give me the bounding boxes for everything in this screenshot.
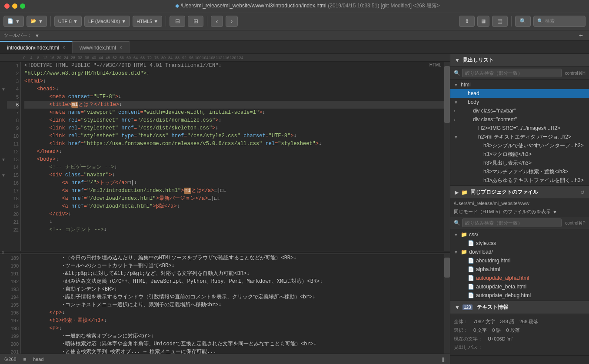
outline-search-input[interactable]	[462, 69, 562, 77]
code-line-193[interactable]: ____________·自動インデント<BR>↓	[24, 285, 444, 293]
code-line-21[interactable]: ________↓	[24, 218, 444, 226]
code-editor-bottom[interactable]: ____________·（今日の日付を埋め込んだり、編集中のHTMLソースをブ…	[21, 254, 444, 354]
code-line-198[interactable]: ________<P>↓	[24, 324, 444, 332]
code-line-10[interactable]: ________<link rel="stylesheet" type="tex…	[24, 132, 444, 140]
code-line-200[interactable]: ____________·曖昧検索対応（異体字や全角半角等、Unicodeで互換…	[24, 340, 444, 348]
tree-item-h2-mi[interactable]: ▼ h2>mi テキストエディタ バージョ...h2>	[450, 132, 589, 141]
files-search-input[interactable]	[462, 218, 562, 227]
fold-15[interactable]: ▼	[0, 171, 7, 179]
tree-item-content[interactable]: › div class="content"	[450, 115, 589, 124]
code-line-196[interactable]: ________</p>↓	[24, 309, 444, 317]
code-line-192[interactable]: ____________·組み込み文法定義（C/C++、HTML、JavaScr…	[24, 278, 444, 285]
code-line-19[interactable]: ____________<a href="/download/beta.html…	[24, 202, 444, 210]
tree-item-h3-open[interactable]: h3>あらゆるテキストファイルを開く...h3>	[450, 176, 589, 185]
code-line-13[interactable]: ____<body>↓	[24, 156, 444, 163]
search-button[interactable]: 🔍	[515, 16, 531, 27]
tree-item-h3-simple[interactable]: h3>シンプルで使いやすいインターフ...h3>	[450, 141, 589, 150]
close-button[interactable]	[4, 3, 10, 9]
fold-12[interactable]	[0, 148, 7, 156]
code-line-1[interactable]: <!DOCTYPE HTML PUBLIC "-//W3C//DTD HTML …	[24, 62, 444, 69]
tab-introduction[interactable]: introduction/index.html ×	[0, 41, 73, 53]
file-autoupdate-debug[interactable]: 📄 autoupdate_debug.html	[450, 291, 589, 300]
fold-16[interactable]	[0, 179, 7, 187]
code-line-4[interactable]: ____<head>↓	[24, 85, 444, 93]
code-line-18[interactable]: ____________<a href="/download/index.htm…	[24, 195, 444, 202]
code-line-14[interactable]: ________<!-- ナビゲーション -->↓	[24, 163, 444, 171]
code-line-7[interactable]: ________<meta name="viewport" content="w…	[24, 109, 444, 116]
code-top-section[interactable]: ▼ ▼ ▼ 1	[0, 62, 450, 251]
search-box[interactable]: 🔍 検索	[533, 16, 586, 27]
new-button[interactable]: 📄 ▼	[3, 16, 24, 27]
code-scrollbar-bottom[interactable]	[444, 254, 450, 354]
code-line-6[interactable]: ________<title>miとは？</title>↓	[24, 101, 444, 109]
code-line-2[interactable]: "http://www.w3.org/TR/html4/loose.dtd">↓	[24, 69, 444, 77]
fold-14[interactable]	[0, 163, 7, 171]
tab-www-index[interactable]: www/index.html ×	[73, 41, 130, 53]
files-expand-icon[interactable]: ▶	[455, 189, 459, 195]
open-button[interactable]: 📂 ▼	[27, 16, 47, 27]
fold-11[interactable]	[0, 140, 7, 148]
tree-item-h3-macro[interactable]: h3>マクロ機能</h3>	[450, 150, 589, 159]
fold-9[interactable]	[0, 124, 7, 132]
file-autoupdate-beta[interactable]: 📄 autoupdate_beta.html	[450, 282, 589, 291]
code-bottom-container[interactable]: 189 190 191 192 193 194 195 196 197 198 …	[0, 254, 450, 354]
back-button[interactable]: ‹	[211, 16, 223, 27]
outline-expand-icon[interactable]: ▼	[455, 57, 460, 63]
file-style-css[interactable]: 📄 style.css	[450, 239, 589, 248]
sidebar-toggle-button[interactable]: ▤	[492, 16, 508, 27]
code-line-3[interactable]: <html>↓	[24, 77, 444, 85]
outline-search[interactable]: 🔍 control⌘H	[450, 67, 589, 79]
fold-20[interactable]	[0, 210, 7, 218]
fold-22[interactable]	[0, 226, 7, 234]
code-line-195[interactable]: ____________·コンテキストメニュー選択により、識別子の定義場所へ移動…	[24, 301, 444, 309]
tree-item-body[interactable]: ▼ body	[450, 98, 589, 106]
files-search[interactable]: 🔍 control⌘P	[450, 217, 589, 229]
tree-item-navbar[interactable]: › div class="navbar"	[450, 106, 589, 115]
fold-10[interactable]	[0, 132, 7, 140]
code-line-17[interactable]: ____________<a href="/mi3/introduction/i…	[24, 187, 444, 195]
fold-18[interactable]	[0, 195, 7, 202]
tree-item-h2-img[interactable]: H2><IMG SRC="../../images/i...H2>	[450, 124, 589, 132]
code-line-199[interactable]: ____________·一般的な検索オプションに対応<br>↓	[24, 332, 444, 340]
forward-button[interactable]: ›	[226, 16, 238, 27]
code-editor-top[interactable]: <!DOCTYPE HTML PUBLIC "-//W3C//DTD HTML …	[21, 62, 444, 251]
fold-7[interactable]	[0, 109, 7, 116]
file-folder-css[interactable]: ▼ 📁 css/	[450, 230, 589, 239]
maximize-button[interactable]	[20, 3, 25, 9]
files-filter-chevron[interactable]: ▼	[552, 209, 557, 215]
fold-1[interactable]	[0, 62, 7, 69]
code-line-8[interactable]: ________<link rel="stylesheet" href="/cs…	[24, 116, 444, 124]
code-line-15[interactable]: ________<div class="navbar">↓	[24, 171, 444, 179]
file-alpha[interactable]: 📄 alpha.html	[450, 265, 589, 274]
scrollbar-thumb-bottom[interactable]	[444, 258, 450, 278]
tree-item-head[interactable]: head	[450, 89, 589, 98]
fold-4[interactable]: ▼	[0, 85, 7, 93]
fold-21[interactable]	[0, 218, 7, 226]
text-info-expand-icon[interactable]: ▼	[455, 304, 460, 311]
code-line-11[interactable]: ________<link href="https://use.fontawes…	[24, 140, 444, 148]
scrollbar-thumb-top[interactable]	[444, 66, 450, 123]
code-line-16[interactable]: ____________<a href="/">トップ</a>□|↓	[24, 179, 444, 187]
code-line-194[interactable]: ____________·識別子情報を表示するウインドウ（引数情報や直前のコメン…	[24, 293, 444, 301]
minimize-button[interactable]	[12, 3, 17, 9]
view-split-v-button[interactable]: ⊞	[188, 16, 203, 27]
code-line-12[interactable]: ____</head>↓	[24, 148, 444, 156]
fold-19[interactable]	[0, 202, 7, 210]
tab-close-www[interactable]: ×	[120, 45, 122, 50]
view-toggle-button[interactable]: ▦	[477, 16, 489, 27]
tree-item-h3-outline[interactable]: h3>見出し表示</h3>	[450, 159, 589, 167]
syntax-selector[interactable]: HTML5 ▼	[133, 16, 162, 27]
fold-17[interactable]	[0, 187, 7, 195]
fold-5[interactable]	[0, 93, 7, 101]
code-line-22[interactable]: ________<!-- コンテント -->↓	[24, 226, 444, 234]
tree-item-h3-multi[interactable]: h3>マルチファイル検索・置換</h3>	[450, 167, 589, 176]
code-line-189[interactable]: ____________·（今日の日付を埋め込んだり、編集中のHTMLソースをブ…	[24, 254, 444, 262]
code-line-197[interactable]: ________<h3>検索・置換</h3>↓	[24, 317, 444, 324]
code-scrollbar-top[interactable]	[444, 62, 450, 251]
encoding-selector[interactable]: UTF-8 ▼	[54, 16, 82, 27]
fold-13[interactable]: ▼	[0, 156, 7, 163]
toolbar-collapse-icon[interactable]: ▼	[35, 33, 40, 38]
code-line-20[interactable]: ________</div>↓	[24, 210, 444, 218]
fold-8[interactable]	[0, 116, 7, 124]
tab-close-introduction[interactable]: ×	[63, 45, 65, 50]
